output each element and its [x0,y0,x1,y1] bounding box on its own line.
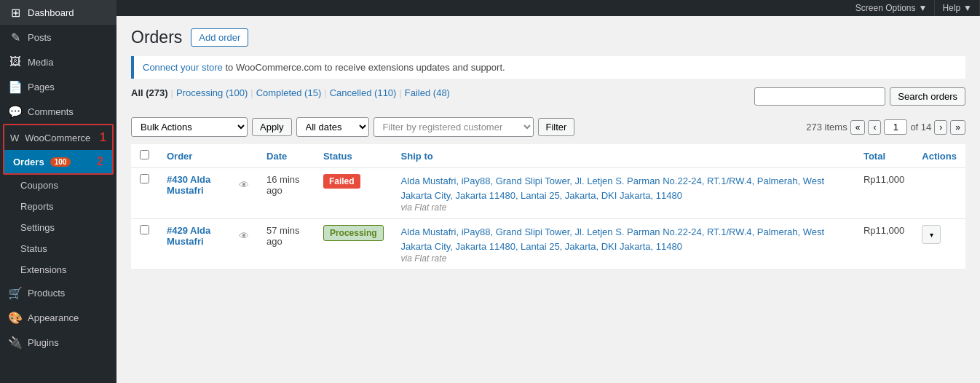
order-cell: #430 Alda Mustafri 👁 [158,168,258,219]
sidebar: ⊞ Dashboard ✎ Posts 🖼 Media 📄 Pages 💬 Co… [0,0,116,383]
total-cell: Rp11,000 [855,219,913,270]
pages-icon: 📄 [9,80,22,93]
status-badge: Processing [323,225,384,241]
filter-button[interactable]: Filter [538,118,575,136]
date-filter-select[interactable]: All dates [296,117,369,137]
sidebar-item-posts[interactable]: ✎ Posts [0,25,116,50]
date-cell: 57 mins ago [258,219,315,270]
toolbar: Bulk Actions Apply All dates Filter by r… [131,117,965,137]
sidebar-item-plugins[interactable]: 🔌 Plugins [0,330,116,355]
sidebar-item-pages[interactable]: 📄 Pages [0,74,116,99]
preview-icon[interactable]: 👁 [239,179,249,191]
search-orders-button[interactable]: Search orders [890,87,965,106]
pagination: 273 items « ‹ of 14 › » [806,119,965,135]
woocommerce-icon: W [10,133,19,143]
products-icon: 🛒 [9,286,22,299]
date-header[interactable]: Date [258,144,315,168]
ship-to-link[interactable]: Alda Mustafri, iPay88, Grand Slipi Tower… [401,175,824,201]
sidebar-item-products[interactable]: 🛒 Products [0,280,116,305]
filter-tabs: All (273) | Processing (100) | Completed… [131,87,450,98]
preview-icon[interactable]: 👁 [239,230,249,242]
orders-table: Order Date Status Ship to Total Actions [131,144,965,270]
last-page-button[interactable]: » [950,120,965,135]
step1-label: 1 [100,131,106,144]
main-content: Screen Options ▼ Help ▼ Orders Add order… [116,0,980,383]
sidebar-item-coupons[interactable]: Coupons [0,175,116,196]
date-cell: 16 mins ago [258,168,315,219]
customer-filter-select[interactable]: Filter by registered customer [374,117,534,137]
filter-tab-failed[interactable]: Failed (48) [405,87,450,98]
sidebar-item-settings[interactable]: Settings [0,217,116,238]
plugins-icon: 🔌 [9,336,22,349]
apply-button[interactable]: Apply [252,118,292,136]
sidebar-item-woocommerce[interactable]: W WooCommerce 1 [4,125,112,150]
step2-label: 2 [97,155,103,168]
filter-tab-cancelled[interactable]: Cancelled (110) [330,87,397,98]
posts-icon: ✎ [9,31,22,44]
first-page-button[interactable]: « [850,120,866,135]
filter-tab-completed[interactable]: Completed (15) [256,87,322,98]
ship-to-cell: Alda Mustafri, iPay88, Grand Slipi Tower… [392,168,855,219]
shipping-method: via Flat rate [401,202,846,213]
topbar: Screen Options ▼ Help ▼ [116,0,980,16]
sidebar-item-comments[interactable]: 💬 Comments [0,99,116,124]
order-link[interactable]: #429 Alda Mustafri [167,225,232,247]
bulk-actions-select[interactable]: Bulk Actions [131,117,248,137]
filter-tab-processing[interactable]: Processing (100) [176,87,248,98]
order-link[interactable]: #430 Alda Mustafri [167,174,232,196]
prev-page-button[interactable]: ‹ [868,120,881,135]
content-area: Orders Add order Connect your store to W… [116,16,980,383]
filter-tab-all[interactable]: All (273) [131,87,168,98]
sidebar-item-extensions[interactable]: Extensions [0,259,116,280]
sidebar-item-dashboard[interactable]: ⊞ Dashboard [0,0,116,25]
status-cell: Processing [315,219,392,270]
actions-cell: ▾ [913,219,965,270]
sidebar-item-appearance[interactable]: 🎨 Appearance [0,305,116,330]
search-area: Search orders [754,87,965,106]
screen-options-chevron-icon: ▼ [919,3,928,13]
page-title: Orders [131,28,182,47]
help-chevron-icon: ▼ [963,3,972,13]
sidebar-item-media[interactable]: 🖼 Media [0,50,116,74]
row-checkbox-cell [131,168,158,219]
media-icon: 🖼 [9,55,22,68]
sidebar-item-status[interactable]: Status [0,238,116,259]
total-header[interactable]: Total [855,144,913,168]
status-header[interactable]: Status [315,144,392,168]
screen-options-button[interactable]: Screen Options ▼ [848,0,936,16]
add-order-button[interactable]: Add order [191,28,248,47]
total-cell: Rp11,000 [855,168,913,219]
appearance-icon: 🎨 [9,311,22,324]
status-badge: Failed [323,174,360,189]
select-all-checkbox[interactable] [140,150,149,159]
comments-icon: 💬 [9,105,22,118]
sidebar-item-reports[interactable]: Reports [0,196,116,217]
top-row: All (273) | Processing (100) | Completed… [131,87,965,111]
ship-to-cell: Alda Mustafri, iPay88, Grand Slipi Tower… [392,219,855,270]
row-checkbox[interactable] [140,225,149,234]
actions-cell [913,168,965,219]
actions-header: Actions [913,144,965,168]
select-all-header [131,144,158,168]
table-row: #429 Alda Mustafri 👁 57 mins ago Process… [131,219,965,270]
connect-store-link[interactable]: Connect your store [143,62,223,73]
order-cell: #429 Alda Mustafri 👁 [158,219,258,270]
ship-to-link[interactable]: Alda Mustafri, iPay88, Grand Slipi Tower… [401,226,824,252]
shipping-method: via Flat rate [401,253,846,264]
row-checkbox[interactable] [140,174,149,183]
status-cell: Failed [315,168,392,219]
ship-to-header[interactable]: Ship to [392,144,855,168]
page-header: Orders Add order [131,28,965,47]
sidebar-item-orders[interactable]: Orders 100 2 [4,150,112,173]
order-header[interactable]: Order [158,144,258,168]
row-action-button[interactable]: ▾ [922,225,941,244]
row-checkbox-cell [131,219,158,270]
page-number-input[interactable] [884,119,907,135]
dashboard-icon: ⊞ [9,6,22,19]
next-page-button[interactable]: › [934,120,947,135]
notice-bar: Connect your store to WooCommerce.com to… [131,56,965,79]
search-input[interactable] [754,87,885,106]
chevron-down-icon: ▾ [930,231,933,239]
help-button[interactable]: Help ▼ [935,0,980,16]
table-row: #430 Alda Mustafri 👁 16 mins ago Failed … [131,168,965,219]
